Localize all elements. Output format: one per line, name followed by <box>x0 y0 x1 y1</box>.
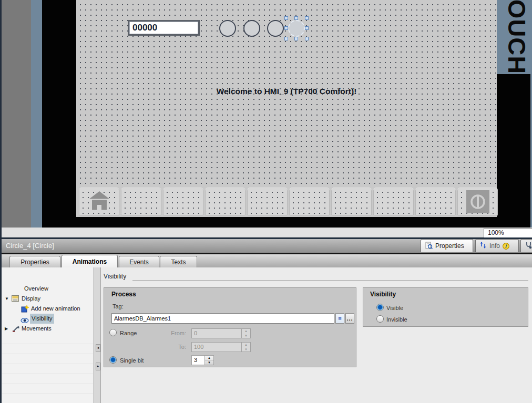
circle-2[interactable] <box>243 20 260 37</box>
hmi-button-4[interactable] <box>205 188 245 216</box>
tree-item-movements[interactable]: ▶ Movements <box>2 324 94 334</box>
single-bit-spinner-arrows[interactable]: ▲ ▼ <box>204 356 213 365</box>
selection-handle[interactable] <box>305 26 309 30</box>
to-spinner[interactable]: 100 ▲ ▼ <box>191 342 251 352</box>
tree-row-separator <box>2 394 93 394</box>
tab-properties-label: Properties <box>21 259 49 266</box>
tab-info-pane[interactable]: Info i <box>475 239 519 252</box>
hmi-button-6[interactable] <box>289 188 330 216</box>
visible-label: Visible <box>386 305 403 311</box>
animation-tree: Overview ▼ Display <box>2 267 94 403</box>
range-radio[interactable] <box>109 329 117 336</box>
tree-item-visibility[interactable]: Visibility <box>2 314 94 324</box>
tab-events[interactable]: Events <box>119 256 159 267</box>
to-label: To: <box>159 344 186 350</box>
tab-properties-pane[interactable]: Properties <box>421 239 473 252</box>
tree-item-add-new-animation-label: Add new animation <box>31 304 80 314</box>
single-bit-label: Single bit <box>120 357 144 364</box>
hmi-power-button[interactable] <box>457 188 498 216</box>
single-bit-spinner[interactable]: 3 ▲ ▼ <box>191 355 214 365</box>
from-value: 0 <box>192 329 241 338</box>
to-spinner-arrows[interactable]: ▲ ▼ <box>241 343 250 352</box>
hmi-button-7[interactable] <box>331 188 372 216</box>
selection-handle[interactable] <box>294 37 298 40</box>
diagnostics-icon <box>525 242 532 251</box>
io-field[interactable]: 00000 <box>128 20 200 36</box>
tree-row-separator <box>2 364 93 364</box>
from-label: From: <box>159 330 186 336</box>
from-spinner[interactable]: 0 ▲ ▼ <box>191 328 251 338</box>
device-bezel-left <box>42 0 76 217</box>
tree-row-separator <box>2 354 93 354</box>
inspector-titlebar: Circle_4 [Circle] Properties <box>2 239 532 253</box>
splitter-collapse-left-button[interactable]: ◄ <box>96 344 100 352</box>
tree-row-separator <box>2 344 93 344</box>
spinner-down-icon[interactable]: ▼ <box>205 360 213 365</box>
selection-handle[interactable] <box>294 16 298 20</box>
device-frame-left <box>31 0 42 228</box>
tree-item-add-new-animation[interactable]: Add new animation <box>2 304 94 314</box>
selection-handle[interactable] <box>284 26 288 30</box>
chevron-collapsed-icon[interactable]: ▶ <box>5 324 8 334</box>
range-label: Range <box>120 330 137 336</box>
tag-list-button[interactable]: ≡ <box>335 313 344 324</box>
tab-events-label: Events <box>129 259 149 266</box>
circle-1[interactable] <box>219 20 236 37</box>
spinner-up-icon[interactable]: ▲ <box>242 329 250 334</box>
selection-handle[interactable] <box>305 37 309 40</box>
splitter-expand-right-button[interactable]: ► <box>96 363 100 370</box>
hmi-button-9[interactable] <box>415 188 456 216</box>
spinner-up-icon[interactable]: ▲ <box>242 343 250 347</box>
tab-texts[interactable]: Texts <box>160 256 197 267</box>
device-bezel-right <box>497 74 532 217</box>
to-value: 100 <box>192 343 241 352</box>
tag-browse-button[interactable]: ... <box>345 313 354 324</box>
tab-diagnostics-pane-partial[interactable] <box>520 239 532 252</box>
visibility-group: Visibility Visible Invisible <box>363 287 528 327</box>
tree-splitter[interactable]: ◄ ► <box>95 267 101 403</box>
selection-handle[interactable] <box>305 16 309 20</box>
home-icon <box>88 190 110 213</box>
from-spinner-arrows[interactable]: ▲ ▼ <box>241 329 250 338</box>
tab-texts-label: Texts <box>171 259 186 266</box>
selection-handle[interactable] <box>284 16 288 20</box>
hmi-button-2[interactable] <box>121 188 161 216</box>
screen-canvas[interactable]: 00000 Welcome to HMI_9 (TP700 Comfort)! <box>76 0 497 217</box>
tree-item-movements-label: Movements <box>22 324 52 334</box>
visibility-group-title: Visibility <box>370 291 396 298</box>
hmi-button-5[interactable] <box>247 188 288 216</box>
tree-item-overview[interactable]: Overview <box>2 284 94 294</box>
section-title-rule <box>132 281 528 281</box>
tab-info-pane-label: Info <box>489 242 500 250</box>
tree-item-visibility-label: Visibility <box>30 314 54 324</box>
inspector-tabstrip: Properties Animations Events Texts <box>2 254 532 267</box>
hmi-button-8[interactable] <box>373 188 414 216</box>
power-icon <box>466 190 489 213</box>
invisible-label: Invisible <box>386 316 407 323</box>
tree-item-display[interactable]: ▼ Display <box>2 294 94 304</box>
tag-input[interactable] <box>111 313 334 324</box>
chevron-expanded-icon[interactable]: ▼ <box>5 294 9 304</box>
visible-radio[interactable] <box>376 304 384 311</box>
process-group: Process Tag: ≡ ... Range From: 0 ▲ ▼ To:… <box>104 287 356 367</box>
inspector-title: Circle_4 [Circle] <box>6 239 54 253</box>
tree-row-separator <box>2 384 93 384</box>
circle-3[interactable] <box>267 20 284 37</box>
tree-row-separator <box>2 374 93 374</box>
process-group-title: Process <box>111 291 136 298</box>
invisible-radio[interactable] <box>376 315 384 323</box>
selection-handle[interactable] <box>284 37 288 40</box>
info-badge-icon: i <box>503 243 509 250</box>
hmi-button-3[interactable] <box>163 188 203 216</box>
tab-properties[interactable]: Properties <box>9 256 60 267</box>
info-arrows-icon <box>480 242 487 250</box>
hmi-home-button[interactable] <box>79 188 119 216</box>
tab-animations[interactable]: Animations <box>62 255 118 267</box>
spinner-up-icon[interactable]: ▲ <box>205 356 213 360</box>
spinner-down-icon[interactable]: ▼ <box>242 347 250 352</box>
zoom-level-field[interactable]: 100% <box>484 228 532 238</box>
canvas-scroll-strip <box>2 228 532 237</box>
single-bit-value: 3 <box>192 356 204 365</box>
single-bit-radio[interactable] <box>109 356 117 364</box>
spinner-down-icon[interactable]: ▼ <box>242 334 250 338</box>
